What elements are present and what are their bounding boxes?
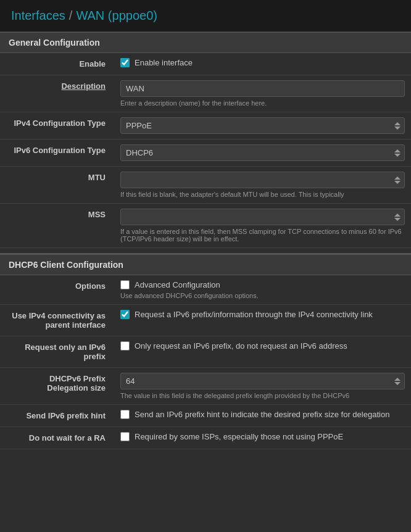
description-label: Description: [0, 75, 114, 112]
no-wait-ra-row: Do not wait for a RA Required by some IS…: [0, 427, 411, 449]
mtu-value: If this field is blank, the adapter's de…: [114, 167, 411, 204]
ipv6-config-row: IPv6 Configuration Type DHCP6 None Stati…: [0, 139, 411, 167]
ipv6-config-value: DHCP6 None Static IPv6 SLAAC 6rd Track I…: [114, 139, 411, 167]
general-config-header: General Configuration: [0, 32, 411, 53]
send-prefix-hint-row: Send IPv6 prefix hint Send an IPv6 prefi…: [0, 405, 411, 427]
request-ipv6-checkbox-label[interactable]: Only request an IPv6 prefix, do not requ…: [120, 341, 405, 351]
enable-checkbox-label[interactable]: Enable interface: [120, 58, 405, 67]
request-ipv6-value: Only request an IPv6 prefix, do not requ…: [114, 336, 411, 368]
use-ipv4-row: Use IPv4 connectivity as parent interfac…: [0, 305, 411, 336]
description-value: Enter a description (name) for the inter…: [114, 75, 411, 112]
options-value: Advanced Configuration Use advanced DHCP…: [114, 275, 411, 305]
enable-row: Enable Enable interface: [0, 53, 411, 75]
advanced-config-checkbox[interactable]: [120, 280, 130, 289]
dhcp6-config-header: DHCP6 Client Configuration: [0, 254, 411, 275]
use-ipv4-checkbox-label[interactable]: Request a IPv6 prefix/information throug…: [120, 310, 405, 319]
enable-checkbox[interactable]: [120, 58, 130, 67]
description-hint: Enter a description (name) for the inter…: [120, 99, 405, 107]
mss-label: MSS: [0, 204, 114, 248]
options-row: Options Advanced Configuration Use advan…: [0, 275, 411, 305]
no-wait-ra-checkbox-label[interactable]: Required by some ISPs, especially those …: [120, 432, 405, 441]
general-config-section: General Configuration Enable Enable inte…: [0, 32, 411, 248]
mtu-select[interactable]: [120, 172, 405, 188]
mtu-label: MTU: [0, 167, 114, 204]
prefix-delegation-value: 64 48 56 60 The value in this field is t…: [114, 368, 411, 405]
use-ipv4-value: Request a IPv6 prefix/information throug…: [114, 305, 411, 336]
ipv4-config-label: IPv4 Configuration Type: [0, 112, 114, 139]
ipv4-config-select[interactable]: PPPoE None Static IP DHCP PPP PPTP L2TP …: [120, 117, 405, 134]
mtu-hint: If this field is blank, the adapter's de…: [120, 191, 405, 198]
send-prefix-hint-value: Send an IPv6 prefix hint to indicate the…: [114, 405, 411, 427]
ipv4-config-row: IPv4 Configuration Type PPPoE None Stati…: [0, 112, 411, 139]
send-prefix-hint-checkbox[interactable]: [120, 410, 130, 419]
mss-row: MSS If a value is entered in this field,…: [0, 204, 411, 248]
request-ipv6-row: Request only an IPv6 prefix Only request…: [0, 336, 411, 368]
mss-select[interactable]: [120, 209, 405, 225]
send-prefix-hint-label: Send IPv6 prefix hint: [0, 405, 114, 427]
breadcrumb-wan: WAN (pppoe0): [76, 9, 157, 22]
page-header: Interfaces/WAN (pppoe0): [0, 0, 411, 32]
description-input[interactable]: [120, 80, 405, 97]
mss-hint: If a value is entered in this field, the…: [120, 228, 405, 243]
ipv6-config-label: IPv6 Configuration Type: [0, 139, 114, 167]
dhcp6-config-table: Options Advanced Configuration Use advan…: [0, 275, 411, 449]
advanced-config-label[interactable]: Advanced Configuration: [120, 280, 405, 289]
send-prefix-hint-checkbox-label[interactable]: Send an IPv6 prefix hint to indicate the…: [120, 410, 405, 419]
enable-value: Enable interface: [114, 53, 411, 75]
no-wait-ra-value: Required by some ISPs, especially those …: [114, 427, 411, 449]
use-ipv4-label: Use IPv4 connectivity as parent interfac…: [0, 305, 114, 336]
options-label: Options: [0, 275, 114, 305]
request-ipv6-checkbox[interactable]: [120, 341, 130, 351]
ipv4-config-value: PPPoE None Static IP DHCP PPP PPTP L2TP …: [114, 112, 411, 139]
mss-value: If a value is entered in this field, the…: [114, 204, 411, 248]
request-ipv6-label: Request only an IPv6 prefix: [0, 336, 114, 368]
options-hint: Use advanced DHCPv6 configuration option…: [120, 292, 405, 299]
no-wait-ra-label: Do not wait for a RA: [0, 427, 114, 449]
prefix-delegation-label: DHCPv6 Prefix Delegation size: [0, 368, 114, 405]
general-config-table: Enable Enable interface Description Ente…: [0, 53, 411, 248]
dhcp6-config-section: DHCP6 Client Configuration Options Advan…: [0, 253, 411, 449]
breadcrumb-separator: /: [69, 9, 73, 22]
ipv6-config-select[interactable]: DHCP6 None Static IPv6 SLAAC 6rd Track I…: [120, 144, 405, 161]
mtu-row: MTU If this field is blank, the adapter'…: [0, 167, 411, 204]
enable-label: Enable: [0, 53, 114, 75]
prefix-delegation-hint: The value in this field is the delegated…: [120, 392, 405, 399]
breadcrumb-interfaces[interactable]: Interfaces: [11, 9, 65, 22]
no-wait-ra-checkbox[interactable]: [120, 432, 130, 441]
description-row: Description Enter a description (name) f…: [0, 75, 411, 112]
use-ipv4-checkbox[interactable]: [120, 310, 130, 319]
prefix-delegation-row: DHCPv6 Prefix Delegation size 64 48 56 6…: [0, 368, 411, 405]
prefix-delegation-select[interactable]: 64 48 56 60: [120, 373, 405, 389]
